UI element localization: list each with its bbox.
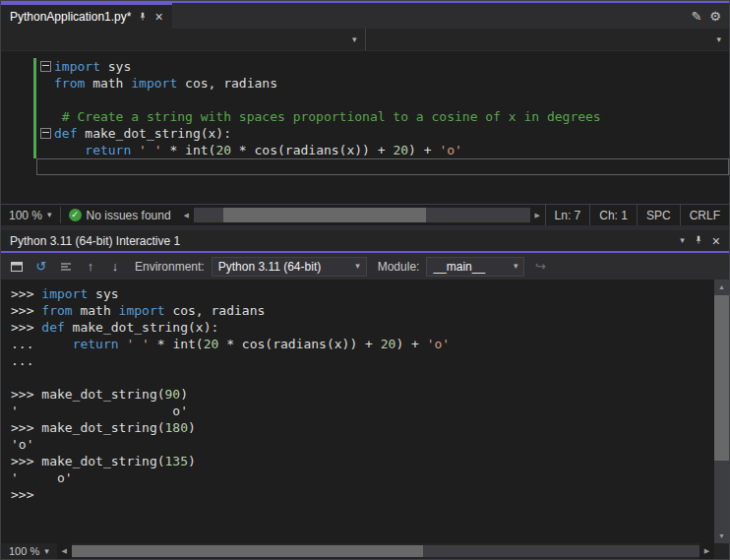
line-text: ... [11,352,33,369]
repl-line[interactable]: 'o' [11,436,713,453]
scrollbar-track[interactable] [194,208,530,222]
line-text: >>> make_dot_string(180) [11,419,196,436]
status-line-number: Ln: 7 [545,205,590,225]
interactive-window-icon[interactable] [8,258,26,276]
code-token: ' o' [11,404,188,418]
editor-code-line[interactable]: from math import cos, radians [1,75,729,92]
code-token: make_dot_string( [41,420,164,435]
code-token: from [54,76,85,91]
code-token: >>> [11,454,41,468]
module-value: __main__ [433,260,485,274]
module-label: Module: [378,260,420,274]
editor-zoom-control[interactable]: 100 % ▾ [1,205,60,225]
repl-line[interactable]: ... return ' ' * int(20 * cos(radians(x)… [11,336,713,352]
scroll-down-icon[interactable]: ▼ [714,529,729,543]
interactive-repl[interactable]: >>> import sys>>> from math import cos, … [1,280,729,543]
window-menu-chevron-icon[interactable]: ▾ [680,236,685,245]
code-token [131,143,139,157]
repl-line[interactable]: ' o' [11,403,713,419]
code-token: sys [100,59,131,74]
interactive-window-titlebar[interactable]: Python 3.11 (64-bit) Interactive 1 ▾ × [1,230,729,251]
history-previous-icon[interactable]: ↑ [82,258,99,276]
scroll-left-icon[interactable]: ◀ [57,543,72,559]
code-token: >>> [11,286,41,301]
editor-code-line[interactable]: def make_dot_string(x): [1,125,729,142]
check-circle-icon: ✓ [69,209,82,221]
code-token: return [73,337,119,351]
scrollbar-track[interactable] [72,545,700,557]
repl-line[interactable] [11,369,713,386]
collapse-minus-icon[interactable] [40,128,51,139]
repl-line[interactable]: >>> make_dot_string(90) [11,386,713,403]
outlining-margin[interactable] [37,128,54,139]
pin-icon[interactable] [138,11,148,24]
collapse-minus-icon[interactable] [40,61,51,72]
editor-code-line[interactable]: return ' ' * int(20 * cos(radians(x)) + … [1,142,729,158]
history-next-icon[interactable]: ↓ [106,258,124,276]
repl-line[interactable]: >>> make_dot_string(180) [11,419,713,436]
code-token: from [41,303,72,318]
editor-code-line[interactable]: # Create a string with spaces proportion… [1,108,729,125]
reset-icon[interactable]: ↺ [32,258,50,276]
editor-code-line[interactable] [1,92,729,108]
editor-code-line[interactable] [1,158,729,175]
status-indent-mode[interactable]: SPC [637,205,680,225]
pin-icon[interactable] [694,234,703,247]
outlining-margin[interactable] [37,61,54,72]
interactive-window-title: Python 3.11 (64-bit) Interactive 1 [10,234,180,248]
editor-lines: import sysfrom math import cos, radians … [1,58,729,175]
close-tab-icon[interactable]: × [154,10,162,24]
interactive-toolbar: ↺ ↑ ↓ Environment: Python 3.11 (64-bit) … [1,253,729,280]
code-token [41,337,72,351]
status-line-ending[interactable]: CRLF [680,205,729,225]
environment-dropdown[interactable]: Python 3.11 (64-bit) ▾ [212,257,367,277]
module-dropdown[interactable]: __main__ ▾ [426,257,524,277]
editor-code-line[interactable]: import sys [1,58,729,75]
repl-line[interactable]: >>> def make_dot_string(x): [11,319,713,336]
tab-pythonapplication1[interactable]: PythonApplication1.py* × [1,3,172,29]
repl-line[interactable]: >>> from math import cos, radians [11,302,713,319]
line-text: 'o' [11,436,33,453]
code-token: * int( [150,337,204,351]
scrollbar-thumb[interactable] [223,208,425,222]
code-token: 20 [215,143,231,157]
scroll-right-icon[interactable]: ▶ [530,205,545,225]
scroll-up-icon[interactable]: ▲ [714,280,729,294]
code-token: 180 [165,420,188,435]
code-token: def [41,320,64,335]
scroll-left-icon[interactable]: ◀ [179,205,194,225]
code-token: make_dot_string(x): [77,126,231,141]
scrollbar-thumb[interactable] [72,545,423,557]
tab-title: PythonApplication1.py* [10,10,131,24]
code-token: >>> [11,320,41,335]
code-editor[interactable]: import sysfrom math import cos, radians … [1,51,729,204]
code-token: import [54,59,100,74]
scrollbar-thumb[interactable] [714,295,729,461]
navigation-dropdown-types[interactable]: ▾ [1,29,365,50]
code-token: * int( [162,143,216,157]
repl-vertical-scrollbar[interactable]: ▲ ▼ [714,280,729,543]
repl-zoom-control[interactable]: 100 % ▾ [1,543,57,559]
quick-actions-pencil-icon[interactable]: ✎ [691,10,701,23]
repl-line[interactable]: ' o' [11,469,713,486]
line-text: >>> make_dot_string(135) [11,453,196,469]
chevron-down-icon: ▾ [355,262,360,271]
code-token: ' ' [126,337,149,351]
line-text: >>> def make_dot_string(x): [11,319,218,336]
repl-line[interactable]: >>> make_dot_string(135) [11,453,713,469]
line-content: def make_dot_string(x): [36,125,729,142]
repl-line[interactable]: ... [11,352,713,369]
code-token: 135 [165,454,188,468]
navigation-dropdown-members[interactable]: ▾ [366,29,730,50]
close-window-icon[interactable]: × [712,234,720,248]
document-health-indicator[interactable]: ✓ No issues found [61,205,179,225]
repl-line[interactable]: >>> [11,486,713,503]
clear-screen-icon[interactable] [57,258,75,276]
settings-gear-icon[interactable]: ⚙ [709,10,721,23]
repl-line[interactable]: >>> import sys [11,285,713,302]
line-text: # Create a string with spaces proportion… [54,108,601,125]
line-text: >>> [11,486,33,503]
code-token: * cos(radians(x)) + [231,143,393,157]
redo-arrow-icon[interactable]: ↪ [531,258,549,276]
scroll-right-icon[interactable]: ▶ [700,543,714,559]
